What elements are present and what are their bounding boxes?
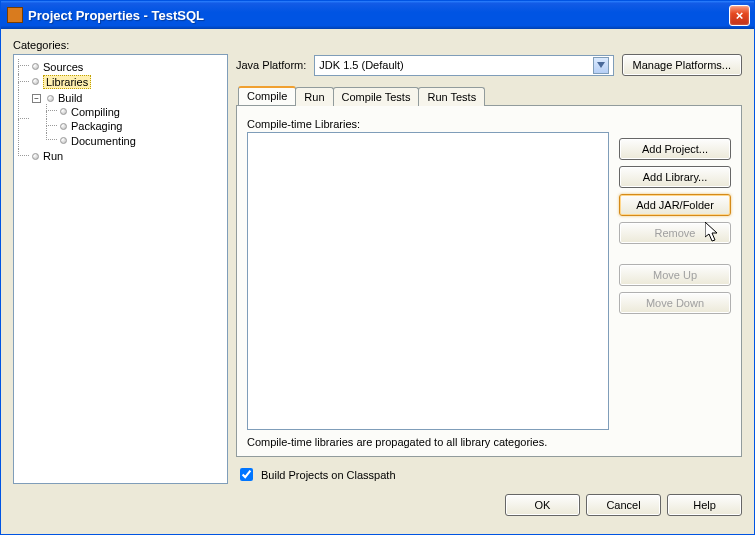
compile-hint: Compile-time libraries are propagated to… bbox=[247, 436, 609, 448]
ok-button[interactable]: OK bbox=[505, 494, 580, 516]
tree-item-compiling[interactable]: Compiling bbox=[60, 106, 120, 118]
tree-label: Build bbox=[58, 92, 82, 104]
tab-compile[interactable]: Compile bbox=[238, 86, 296, 105]
tree-item-sources[interactable]: Sources bbox=[32, 61, 83, 73]
compile-panel: Compile-time Libraries: Compile-time lib… bbox=[236, 105, 742, 457]
titlebar: Project Properties - TestSQL × bbox=[1, 1, 754, 29]
tree-item-packaging[interactable]: Packaging bbox=[60, 120, 122, 132]
tree-label: Libraries bbox=[43, 75, 91, 89]
svg-marker-0 bbox=[597, 62, 605, 68]
build-projects-classpath-checkbox[interactable] bbox=[240, 468, 253, 481]
help-button[interactable]: Help bbox=[667, 494, 742, 516]
tree-label: Packaging bbox=[71, 120, 122, 132]
tab-run[interactable]: Run bbox=[295, 87, 333, 106]
tab-run-tests[interactable]: Run Tests bbox=[418, 87, 485, 106]
categories-label: Categories: bbox=[13, 39, 742, 51]
tree-item-libraries[interactable]: Libraries bbox=[32, 75, 91, 89]
tree-item-documenting[interactable]: Documenting bbox=[60, 135, 136, 147]
bullet-icon bbox=[60, 108, 67, 115]
tab-bar: Compile Run Compile Tests Run Tests bbox=[236, 86, 742, 105]
categories-tree[interactable]: Sources Libraries −Build Compiling Packa… bbox=[13, 54, 228, 484]
close-button[interactable]: × bbox=[729, 5, 750, 26]
java-platform-value: JDK 1.5 (Default) bbox=[319, 59, 403, 71]
bullet-icon bbox=[60, 137, 67, 144]
tree-label: Documenting bbox=[71, 135, 136, 147]
add-jar-folder-button[interactable]: Add JAR/Folder bbox=[619, 194, 731, 216]
bullet-icon bbox=[60, 123, 67, 130]
compile-libraries-list[interactable] bbox=[247, 132, 609, 430]
bullet-icon bbox=[47, 95, 54, 102]
bullet-icon bbox=[32, 153, 39, 160]
java-platform-select[interactable]: JDK 1.5 (Default) bbox=[314, 55, 613, 76]
bullet-icon bbox=[32, 78, 39, 85]
add-library-button[interactable]: Add Library... bbox=[619, 166, 731, 188]
tree-label: Run bbox=[43, 150, 63, 162]
cancel-button[interactable]: Cancel bbox=[586, 494, 661, 516]
window-title: Project Properties - TestSQL bbox=[28, 8, 729, 23]
java-platform-label: Java Platform: bbox=[236, 59, 306, 71]
collapse-icon[interactable]: − bbox=[32, 94, 41, 103]
manage-platforms-button[interactable]: Manage Platforms... bbox=[622, 54, 742, 76]
tree-label: Sources bbox=[43, 61, 83, 73]
build-projects-classpath-label: Build Projects on Classpath bbox=[261, 469, 396, 481]
tree-label: Compiling bbox=[71, 106, 120, 118]
move-down-button: Move Down bbox=[619, 292, 731, 314]
remove-button: Remove bbox=[619, 222, 731, 244]
tree-item-build[interactable]: −Build bbox=[32, 92, 82, 104]
move-up-button: Move Up bbox=[619, 264, 731, 286]
tree-item-run[interactable]: Run bbox=[32, 150, 63, 162]
add-project-button[interactable]: Add Project... bbox=[619, 138, 731, 160]
bullet-icon bbox=[32, 63, 39, 70]
compile-libraries-label: Compile-time Libraries: bbox=[247, 118, 609, 130]
tab-compile-tests[interactable]: Compile Tests bbox=[333, 87, 420, 106]
dropdown-arrow-icon[interactable] bbox=[593, 57, 609, 74]
app-icon bbox=[7, 7, 23, 23]
